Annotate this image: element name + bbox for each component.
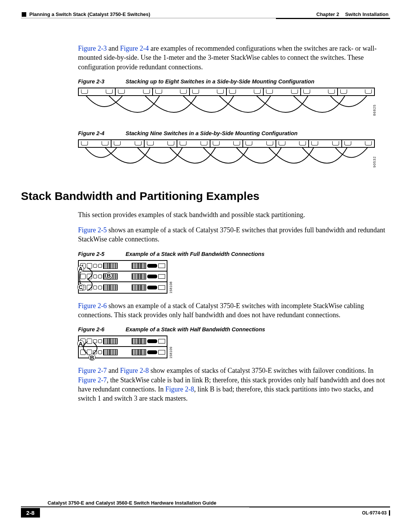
chapter-label: Chapter 2 <box>316 11 339 17</box>
figure-2-6-diagram: 158109 A B <box>78 335 390 358</box>
stackwise-cables-icon <box>78 95 375 122</box>
body-content: Figure 2-3 and Figure 2-4 are examples o… <box>78 44 390 171</box>
figure-ref-2-3[interactable]: Figure 2-3 <box>78 45 107 52</box>
figure-2-4-caption: Figure 2-4 Stacking Nine Switches in a S… <box>78 130 390 136</box>
page-number-badge: 2-8 <box>21 508 40 518</box>
figure-ref-2-8-b[interactable]: Figure 2-8 <box>165 385 194 393</box>
figure-2-3-diagram: 86825 <box>78 88 375 119</box>
section-content: This section provides examples of stack … <box>78 210 390 403</box>
header-marker-icon <box>22 12 26 17</box>
figure-ref-2-7[interactable]: Figure 2-7 <box>78 367 107 374</box>
figure-ref-2-7-b[interactable]: Figure 2-7 <box>78 376 107 384</box>
figure-2-5-lead: Figure 2-5 shows an example of a stack o… <box>78 225 390 244</box>
figure-2-7-2-8-lead: Figure 2-7 and Figure 2-8 show examples … <box>78 366 390 403</box>
figure-2-5-diagram: 158108 A B C <box>78 260 390 294</box>
footer-doc-id: OL-9774-03 <box>362 510 387 516</box>
footer-bar-icon <box>389 510 390 516</box>
callout-a: A <box>77 265 84 272</box>
figure-2-3-id-number: 86825 <box>373 104 376 116</box>
figure-2-4-diagram: 90532 <box>78 139 375 171</box>
figure-ref-2-8[interactable]: Figure 2-8 <box>120 367 149 374</box>
footer-book-title: Catalyst 3750-E and Catalyst 3560-E Swit… <box>21 500 390 507</box>
breadcrumb: Planning a Switch Stack (Catalyst 3750-E… <box>29 11 150 17</box>
header-rule-thick <box>276 18 390 19</box>
callout-b: B <box>105 272 112 279</box>
stackwise-cables-icon <box>78 147 375 174</box>
section-intro: This section provides examples of stack … <box>78 210 390 219</box>
section-heading: Stack Bandwidth and Partitioning Example… <box>21 190 390 203</box>
figure-2-6-caption: Figure 2-6 Example of a Stack with Half … <box>78 326 390 332</box>
figure-2-3-caption: Figure 2-3 Stacking up to Eight Switches… <box>78 78 390 85</box>
figure-2-5-caption: Figure 2-5 Example of a Stack with Full … <box>78 251 390 257</box>
figure-2-6-lead: Figure 2-6 shows an example of a stack o… <box>78 301 390 320</box>
figure-2-4-id-number: 90532 <box>373 156 376 168</box>
header-rule-thin <box>21 18 276 18</box>
callout-c: C <box>77 284 84 291</box>
figure-ref-2-5[interactable]: Figure 2-5 <box>78 226 107 234</box>
figure-ref-2-4[interactable]: Figure 2-4 <box>120 45 149 52</box>
figure-ref-2-6[interactable]: Figure 2-6 <box>78 302 107 310</box>
stackwise-cable-overlay-icon <box>76 260 175 295</box>
page-footer: Catalyst 3750-E and Catalyst 3560-E Swit… <box>21 500 390 518</box>
page-header: Planning a Switch Stack (Catalyst 3750-E… <box>21 11 390 17</box>
intro-paragraph: Figure 2-3 and Figure 2-4 are examples o… <box>78 44 390 72</box>
chapter-title: Switch Installation <box>345 11 389 17</box>
